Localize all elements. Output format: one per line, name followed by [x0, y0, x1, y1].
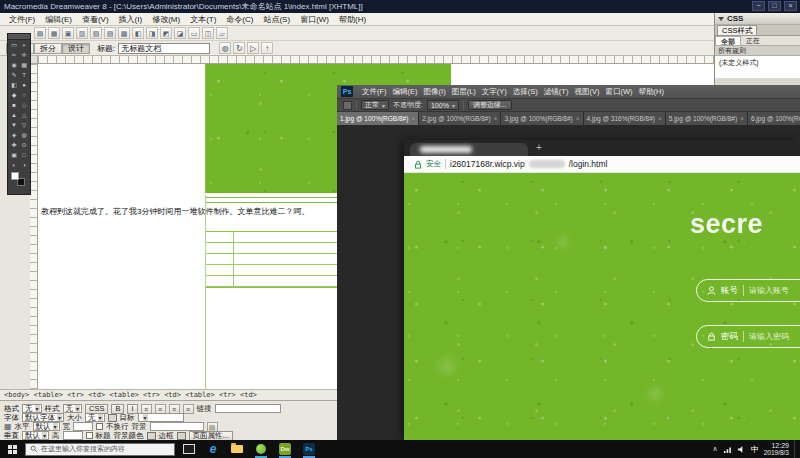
insert-icon[interactable]: ◪ [174, 27, 186, 39]
ps-tool-icon[interactable]: ✛ [19, 50, 29, 60]
ps-tool-icon[interactable]: ◇ [19, 100, 29, 110]
browser-tab[interactable] [410, 143, 528, 156]
insert-icon[interactable]: ▤ [34, 27, 46, 39]
align-justify-icon[interactable] [183, 404, 194, 414]
ps-tool-icon[interactable]: ▭ [9, 40, 19, 50]
tray-expand-icon[interactable]: ∧ [713, 445, 718, 453]
taskbar-photoshop-icon[interactable]: Ps [301, 441, 317, 457]
taskbar-explorer-icon[interactable] [229, 441, 245, 457]
menu-item[interactable]: 滤镜(T) [541, 87, 572, 97]
insert-icon[interactable]: ◧ [132, 27, 144, 39]
height-input[interactable] [63, 431, 83, 440]
doc-toolbar-icon[interactable]: ↻ [233, 42, 245, 54]
ps-document-tab[interactable]: 2.jpg @ 100%(RGB/8#)× [419, 112, 501, 125]
ps-tool-icon[interactable]: ▼ [9, 120, 19, 130]
ime-indicator[interactable]: 中 [751, 444, 759, 455]
menu-item[interactable]: 文件(F) [359, 87, 390, 97]
text-color-swatch[interactable] [108, 414, 117, 422]
menu-item[interactable]: 视图(V) [571, 87, 602, 97]
menu-item[interactable]: 查看(V) [78, 14, 113, 25]
close-icon[interactable]: × [658, 115, 662, 122]
ps-tool-icon[interactable]: ◐ [9, 160, 19, 170]
task-view-button[interactable] [183, 444, 195, 454]
menu-item[interactable]: 窗口(W) [602, 87, 635, 97]
ps-tool-icon[interactable]: ■ [9, 100, 19, 110]
insert-icon[interactable]: ◫ [202, 27, 214, 39]
close-icon[interactable]: × [494, 115, 498, 122]
menu-item[interactable]: 选择(S) [510, 87, 541, 97]
menu-item[interactable]: 图像(I) [421, 87, 449, 97]
header-checkbox[interactable] [86, 432, 93, 439]
ps-document-tab[interactable]: 1.jpg @ 100%(RGB/8#)× [337, 112, 419, 125]
menu-item[interactable]: 插入(I) [115, 14, 147, 25]
insert-icon[interactable]: ▨ [104, 27, 116, 39]
border-color-swatch[interactable] [177, 432, 186, 440]
ps-document-tab[interactable]: 3.jpg @ 100%(RGB/8#)× [501, 112, 583, 125]
close-button[interactable]: × [784, 1, 797, 11]
ps-tool-icon[interactable]: ○ [19, 90, 29, 100]
doc-title-input[interactable]: 无标题文档 [118, 43, 210, 54]
ps-tool-icon[interactable]: ✎ [9, 70, 19, 80]
taskbar-clock[interactable]: 12:29 2019/8/3 [764, 442, 789, 456]
menu-item[interactable]: 图层(L) [449, 87, 479, 97]
ps-tool-icon[interactable]: ● [19, 80, 29, 90]
ps-document-tab[interactable]: 6.jpg @ 100%(RGB/8#)× [748, 112, 800, 125]
insert-icon[interactable]: ▣ [62, 27, 74, 39]
insert-icon[interactable]: ▩ [118, 27, 130, 39]
view-mode-button[interactable]: 设计 [62, 43, 90, 54]
doc-toolbar-icon[interactable]: ▷ [247, 42, 259, 54]
menu-item[interactable]: 修改(M) [148, 14, 184, 25]
insert-icon[interactable]: ▧ [90, 27, 102, 39]
vertical-align-select[interactable]: 默认 [22, 431, 49, 440]
width-input[interactable] [73, 422, 93, 431]
insert-icon[interactable]: ▭ [188, 27, 200, 39]
close-icon[interactable]: × [411, 115, 415, 122]
panel-group-header[interactable]: CSS [715, 13, 800, 25]
menu-item[interactable]: 编辑(E) [390, 87, 421, 97]
ps-tool-icon[interactable]: ▽ [19, 120, 29, 130]
css-rule-item[interactable]: (未定义样式) [715, 56, 800, 78]
menu-item[interactable]: 窗口(W) [296, 14, 333, 25]
ps-tool-icon[interactable]: ◍ [19, 130, 29, 140]
ps-tool-icon[interactable]: ◑ [19, 160, 29, 170]
taskbar-edge-icon[interactable]: e [205, 441, 221, 457]
link-input[interactable] [215, 404, 281, 413]
ps-tool-icon[interactable]: T [19, 70, 29, 80]
doc-toolbar-icon[interactable]: ◍ [219, 42, 231, 54]
network-icon[interactable] [723, 445, 732, 454]
insert-icon[interactable]: ▦ [48, 27, 60, 39]
foreground-color-swatch[interactable] [11, 172, 19, 180]
menu-item[interactable]: 编辑(E) [41, 14, 76, 25]
taskbar-dreamweaver-icon[interactable]: Dw [277, 441, 293, 457]
opacity-select[interactable]: 100% [427, 100, 459, 110]
blend-mode-select[interactable]: 正常 [361, 100, 389, 110]
close-icon[interactable]: × [740, 115, 744, 122]
minimize-button[interactable]: − [752, 1, 765, 11]
password-input[interactable]: 密码 请输入密码 [696, 325, 800, 348]
ps-tool-icon[interactable]: ◆ [9, 90, 19, 100]
taskbar-search-input[interactable]: 在这里输入你要搜索的内容 [25, 443, 175, 456]
ps-tool-icon[interactable]: ✂ [9, 50, 19, 60]
menu-item[interactable]: 命令(C) [222, 14, 257, 25]
ps-tool-icon[interactable]: ⊙ [19, 140, 29, 150]
account-input[interactable]: 账号 请输入账号 [696, 279, 800, 302]
volume-icon[interactable] [737, 445, 746, 454]
close-icon[interactable]: × [576, 115, 580, 122]
ps-tool-icon[interactable]: ◈ [9, 130, 19, 140]
ps-tool-icon[interactable]: ✚ [9, 140, 19, 150]
ps-tool-icon[interactable]: ▲ [9, 110, 19, 120]
ps-tool-icon[interactable]: ◧ [9, 80, 19, 90]
tab-all[interactable]: 全部 [715, 36, 741, 45]
page-properties-button[interactable]: 页面属性... [189, 431, 233, 441]
start-button[interactable] [0, 440, 24, 458]
ps-tool-icon[interactable]: ▣ [9, 150, 19, 160]
menu-item[interactable]: 文件(F) [5, 14, 39, 25]
refine-edge-button[interactable]: 调整边缘... [468, 100, 512, 110]
menu-item[interactable]: 帮助(H) [335, 14, 370, 25]
menu-item[interactable]: 文本(T) [186, 14, 220, 25]
ps-tool-icon[interactable]: ▦ [19, 60, 29, 70]
insert-icon[interactable]: ▥ [76, 27, 88, 39]
nowrap-checkbox[interactable] [96, 423, 103, 430]
menu-item[interactable]: 文字(Y) [479, 87, 510, 97]
address-bar[interactable]: 安全 i26017168r.wicp.vip /login.html [404, 156, 800, 173]
